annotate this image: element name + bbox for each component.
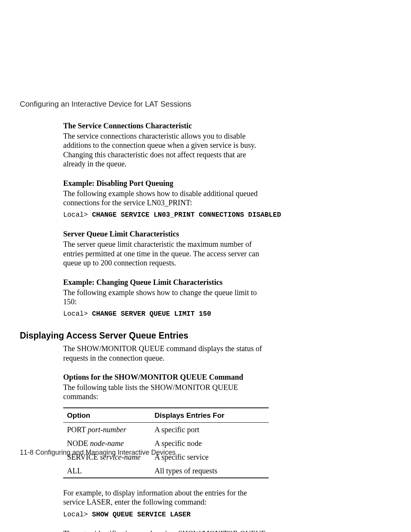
para-show-monitor-intro: The SHOW/MONITOR QUEUE command displays … <box>63 344 269 363</box>
para-entry-id-range: The entry identification numbers in a SH… <box>63 529 269 532</box>
code-change-server-queue: Local> CHANGE SERVER QUEUE LIMIT 150 <box>63 310 269 318</box>
prompt: Local> <box>63 511 92 518</box>
table-header-row: Option Displays Entries For <box>63 408 269 423</box>
para-example-lead: For example, to display information abou… <box>63 488 269 507</box>
prompt: Local> <box>63 310 92 318</box>
page: Configuring an Interactive Device for LA… <box>0 0 411 532</box>
para-table-intro: The following table lists the SHOW/MONIT… <box>63 383 269 401</box>
table-row: ALL All types of requests <box>63 464 269 478</box>
para-change-queue-limit: The following example shows how to chang… <box>63 288 269 307</box>
heading-change-queue-limit: Example: Changing Queue Limit Characteri… <box>63 278 269 287</box>
body-column-2: The SHOW/MONITOR QUEUE command displays … <box>63 344 269 532</box>
cell-option: ALL <box>63 464 151 478</box>
code-change-service: Local> CHANGE SERVICE LN03_PRINT CONNECT… <box>63 211 269 219</box>
para-server-queue-limit: The server queue limit characteristic th… <box>63 240 269 267</box>
cell-desc: A specific port <box>151 422 269 436</box>
prompt: Local> <box>63 211 92 219</box>
cell-desc: A specific node <box>151 436 269 450</box>
heading-server-queue-limit: Server Queue Limit Characteristics <box>63 229 269 239</box>
cell-desc: All types of requests <box>151 464 269 478</box>
cell-option: NODE node-name <box>63 436 151 450</box>
table-row: PORT port-number A specific port <box>63 422 269 436</box>
heading-disable-port-queuing: Example: Disabling Port Queuing <box>63 179 269 188</box>
heading-displaying-queue-entries: Displaying Access Server Queue Entries <box>20 331 411 341</box>
options-table: Option Displays Entries For PORT port-nu… <box>63 407 269 478</box>
page-footer: 11-8 Configuring and Managing Interactiv… <box>20 449 175 457</box>
body-column: The Service Connections Characteristic T… <box>63 121 269 318</box>
th-displays: Displays Entries For <box>151 408 269 423</box>
para-service-connections: The service connections characteristic a… <box>63 131 269 169</box>
command-text: CHANGE SERVICE LN03_PRINT CONNECTIONS DI… <box>92 211 281 219</box>
heading-service-connections: The Service Connections Characteristic <box>63 121 269 131</box>
running-head: Configuring an Interactive Device for LA… <box>20 100 411 109</box>
table-row: NODE node-name A specific node <box>63 436 269 450</box>
command-text: SHOW QUEUE SERVICE LASER <box>92 511 191 518</box>
heading-options-show-monitor: Options for the SHOW/MONITOR QUEUE Comma… <box>63 372 269 382</box>
para-disable-port-queuing: The following example shows how to disab… <box>63 189 269 208</box>
code-show-queue: Local> SHOW QUEUE SERVICE LASER <box>63 511 269 518</box>
command-text: CHANGE SERVER QUEUE LIMIT 150 <box>92 310 211 318</box>
cell-option: PORT port-number <box>63 422 151 436</box>
th-option: Option <box>63 408 151 423</box>
